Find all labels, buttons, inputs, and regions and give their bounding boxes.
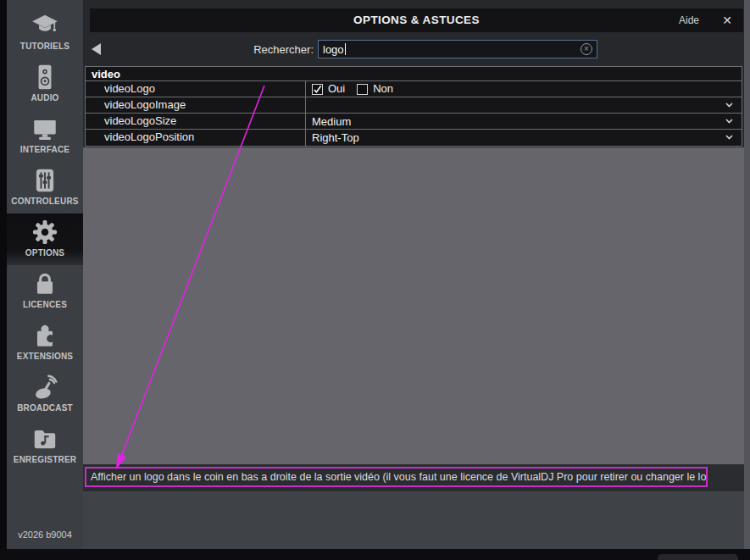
sidebar-item-label: ENREGISTRER: [7, 455, 83, 464]
description-strip: Afficher un logo dans le coin en bas a d…: [83, 464, 744, 491]
sidebar: TUTORIELS AUDIO INTERFACE: [7, 0, 83, 549]
sidebar-item-label: LICENCES: [7, 300, 83, 309]
options-dialog: TUTORIELS AUDIO INTERFACE: [0, 0, 750, 560]
sidebar-item-label: OPTIONS: [7, 248, 83, 258]
back-button[interactable]: [92, 43, 101, 55]
broadcast-icon: [31, 373, 59, 402]
setting-value: Oui Non: [306, 81, 742, 97]
help-button[interactable]: Aide: [679, 8, 699, 32]
puzzle-icon: [31, 321, 59, 350]
version-label: v2026 b9004: [7, 530, 83, 540]
checkbox-non-label: Non: [373, 81, 393, 97]
close-button[interactable]: ✕: [722, 8, 732, 32]
sidebar-item-label: CONTROLEURS: [7, 197, 83, 206]
monitor-icon: [31, 114, 59, 143]
chevron-down-icon: [725, 119, 733, 124]
sidebar-item-audio[interactable]: AUDIO: [7, 58, 83, 110]
dropdown-value: Medium: [312, 115, 351, 128]
setting-row-videoLogo[interactable]: videoLogo Oui Non: [86, 81, 742, 97]
clear-search-icon[interactable]: ×: [581, 43, 592, 55]
chevron-down-icon: [725, 135, 733, 140]
sidebar-item-controleurs[interactable]: CONTROLEURS: [7, 162, 83, 213]
right-edge-strip: [744, 0, 750, 549]
title-bar: OPTIONS & ASTUCES Aide ✕: [90, 8, 743, 32]
search-label: Rechercher:: [202, 43, 314, 56]
sidebar-item-interface[interactable]: INTERFACE: [7, 110, 83, 162]
setting-row-videoLogoSize[interactable]: videoLogoSize Medium: [86, 114, 742, 130]
sidebar-item-broadcast[interactable]: BROADCAST: [7, 369, 83, 420]
left-edge-strip: [0, 0, 7, 549]
bottom-edge-strip: [0, 549, 750, 560]
speaker-icon: [31, 63, 59, 91]
setting-name: videoLogo: [86, 81, 306, 97]
setting-name: videoLogoPosition: [86, 130, 306, 146]
empty-settings-area: [83, 147, 744, 464]
padlock-icon: [31, 269, 59, 298]
page-title: OPTIONS & ASTUCES: [90, 8, 743, 32]
bottom-panel: [83, 491, 744, 549]
settings-table: video videoLogo Oui Non videoLogoImage: [85, 66, 742, 147]
sidebar-item-label: TUTORIELS: [7, 42, 83, 51]
sidebar-item-label: AUDIO: [7, 93, 83, 103]
graduation-cap-icon: [31, 11, 59, 40]
sidebar-item-options[interactable]: OPTIONS: [7, 213, 83, 265]
gear-icon: [31, 218, 59, 247]
setting-dropdown[interactable]: Medium: [306, 114, 742, 129]
content-panel: OPTIONS & ASTUCES Aide ✕ Rechercher: log…: [83, 0, 744, 549]
setting-name: videoLogoImage: [86, 97, 306, 113]
checkbox-oui[interactable]: [312, 84, 323, 95]
chevron-down-icon: [725, 103, 733, 108]
sidebar-item-label: INTERFACE: [7, 145, 83, 154]
setting-dropdown[interactable]: Right-Top: [306, 130, 742, 146]
sidebar-item-enregistrer[interactable]: ENREGISTRER: [7, 420, 83, 472]
sidebar-item-extensions[interactable]: EXTENSIONS: [7, 317, 83, 369]
folder-music-icon: [31, 424, 59, 453]
setting-row-videoLogoImage[interactable]: videoLogoImage: [86, 97, 742, 114]
sidebar-item-licences[interactable]: LICENCES: [7, 265, 83, 317]
dropdown-value: Right-Top: [312, 131, 359, 144]
setting-row-videoLogoPosition[interactable]: videoLogoPosition Right-Top: [86, 130, 742, 146]
sidebar-item-label: EXTENSIONS: [7, 352, 83, 361]
sidebar-item-tutoriels[interactable]: TUTORIELS: [7, 7, 83, 58]
check-icon: [313, 85, 322, 94]
checkbox-oui-label: Oui: [328, 81, 345, 97]
sliders-icon: [31, 166, 59, 195]
settings-group-header: video: [86, 67, 742, 81]
search-input[interactable]: logo ×: [318, 40, 597, 58]
setting-description: Afficher un logo dans le coin en bas a d…: [85, 467, 708, 487]
search-value: logo: [323, 43, 344, 56]
setting-dropdown[interactable]: [306, 97, 742, 113]
checkbox-non[interactable]: [357, 84, 368, 95]
sidebar-item-label: BROADCAST: [7, 403, 83, 413]
setting-name: videoLogoSize: [86, 114, 306, 129]
text-caret: [345, 43, 346, 55]
bottom-tab-shape: [658, 554, 738, 560]
